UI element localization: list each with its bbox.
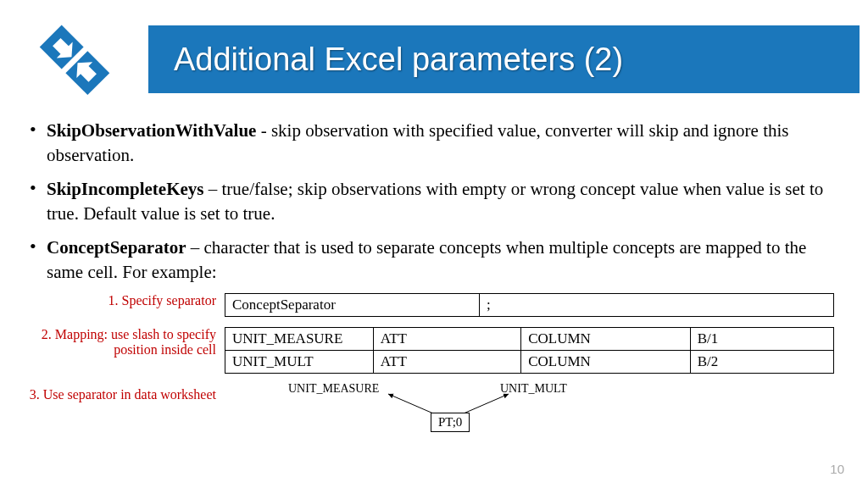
logo-icon (24, 21, 125, 106)
slide-title: Additional Excel parameters (2) (174, 42, 623, 78)
bullet-1: SkipObservationWithValue - skip observat… (25, 119, 834, 169)
annotation-3: 3. Use separator in data worksheet (25, 387, 216, 402)
bullet-sep: - (256, 120, 271, 141)
bullet-sep: – (186, 237, 203, 258)
cell: B/2 (690, 351, 833, 374)
cell: UNIT_MULT (225, 351, 374, 374)
cell: COLUMN (521, 328, 690, 351)
mapping-table: UNIT_MEASURE ATT COLUMN B/1 UNIT_MULT AT… (225, 327, 834, 374)
table-row: UNIT_MULT ATT COLUMN B/2 (225, 351, 834, 374)
bullet-sep: – (204, 179, 222, 199)
example-row-3: 3. Use separator in data worksheet UNIT_… (25, 382, 834, 441)
table-row: ConceptSeparator ; (225, 294, 834, 317)
separator-table: ConceptSeparator ; (225, 293, 834, 317)
bullet-term: SkipIncompleteKeys (47, 179, 204, 199)
cell: UNIT_MEASURE (225, 328, 374, 351)
cell: B/1 (690, 328, 833, 351)
diagram: UNIT_MEASURE UNIT_MULT PT;0 (280, 382, 636, 441)
bullet-term: ConceptSeparator (47, 237, 186, 258)
cell: ConceptSeparator (225, 294, 480, 317)
bullet-term: SkipObservationWithValue (47, 120, 256, 141)
example-row-2: 2. Mapping: use slash to specify positio… (25, 327, 834, 374)
page-number: 10 (830, 462, 844, 476)
bullet-2: SkipIncompleteKeys – true/false; skip ob… (25, 177, 834, 227)
diagram-value-box: PT;0 (431, 413, 470, 432)
cell: ATT (373, 328, 520, 351)
table-row: UNIT_MEASURE ATT COLUMN B/1 (225, 328, 834, 351)
cell: ; (480, 294, 834, 317)
annotation-2: 2. Mapping: use slash to specify positio… (25, 327, 216, 358)
slide-title-bar: Additional Excel parameters (2) (148, 25, 860, 93)
annotation-1: 1. Specify separator (25, 293, 216, 308)
cell: COLUMN (521, 351, 690, 374)
slide-content: SkipObservationWithValue - skip observat… (25, 119, 834, 441)
cell: ATT (373, 351, 520, 374)
bullet-3: ConceptSeparator – character that is use… (25, 236, 834, 286)
example-row-1: 1. Specify separator ConceptSeparator ; (25, 293, 834, 317)
